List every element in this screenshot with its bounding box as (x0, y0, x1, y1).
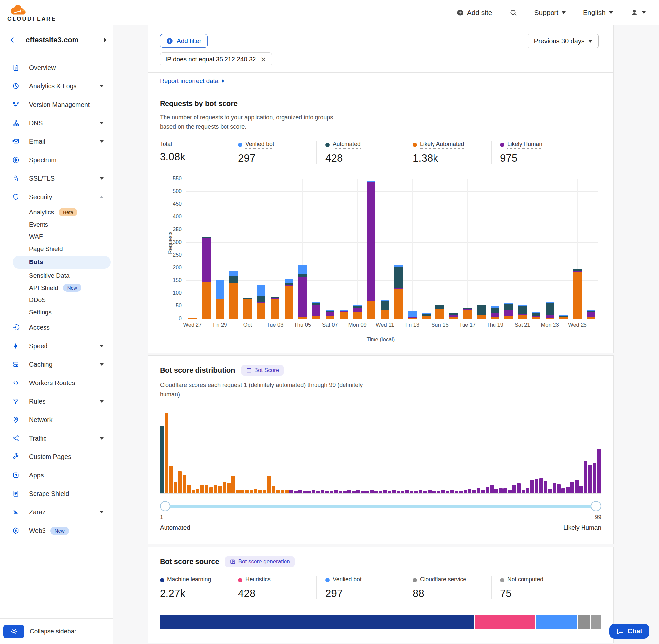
histogram-bar[interactable] (588, 465, 592, 493)
histogram-bar[interactable] (196, 489, 199, 493)
filter-chip[interactable]: IP does not equal 35.212.240.32 ✕ (160, 52, 272, 66)
histogram-bar[interactable] (289, 490, 293, 493)
sidebar-item-security[interactable]: Security (0, 188, 113, 206)
bot-score-generation-badge[interactable]: Bot score generation (225, 556, 295, 567)
histogram-bar[interactable] (183, 476, 186, 493)
histogram-bar[interactable] (561, 488, 565, 493)
stacked-bar[interactable] (573, 269, 582, 319)
stat-label[interactable]: Likely Automated (413, 141, 464, 149)
histogram-bar[interactable] (494, 489, 498, 493)
sidebar-item-network[interactable]: Network (0, 411, 113, 429)
histogram-bar[interactable] (535, 480, 538, 493)
stacked-bar[interactable] (504, 303, 513, 319)
account-menu[interactable] (630, 8, 646, 17)
histogram-bar[interactable] (160, 426, 164, 493)
chevron-right-icon[interactable] (104, 38, 107, 42)
slider-handle-min[interactable] (160, 501, 170, 511)
source-segment-cloudflare-service[interactable] (578, 615, 590, 629)
stat-label[interactable]: Not computed (500, 576, 543, 584)
sidebar-item-page-shield[interactable]: Page Shield (0, 243, 113, 255)
histogram-bar[interactable] (437, 491, 441, 493)
sidebar-item-custom-pages[interactable]: Custom Pages (0, 447, 113, 466)
histogram-bar[interactable] (245, 490, 249, 493)
chat-button[interactable]: Chat (609, 624, 650, 639)
histogram-bar[interactable] (405, 490, 409, 493)
stacked-bar[interactable] (449, 313, 458, 319)
histogram-bar[interactable] (570, 482, 574, 493)
stacked-bar[interactable] (546, 302, 554, 319)
histogram-bar[interactable] (557, 484, 561, 493)
histogram-bar[interactable] (356, 490, 360, 493)
stat-label[interactable]: Machine learning (160, 576, 211, 584)
stacked-bar[interactable] (270, 297, 279, 319)
histogram-bar[interactable] (392, 490, 396, 493)
time-period-dropdown[interactable]: Previous 30 days (528, 33, 599, 48)
stacked-bar[interactable] (560, 315, 568, 319)
histogram-bar[interactable] (539, 479, 543, 493)
stacked-bar[interactable] (188, 318, 197, 319)
histogram-bar[interactable] (499, 488, 503, 493)
slider-handle-max[interactable] (591, 501, 601, 511)
sidebar-item-apps[interactable]: Apps (0, 466, 113, 484)
histogram-bar[interactable] (446, 491, 449, 493)
histogram-bar[interactable] (450, 490, 454, 493)
close-icon[interactable]: ✕ (260, 56, 266, 63)
histogram-bar[interactable] (477, 488, 480, 493)
histogram-bar[interactable] (214, 485, 217, 493)
add-site-button[interactable]: Add site (456, 8, 492, 17)
report-incorrect-data-link[interactable]: Report incorrect data (160, 77, 224, 85)
histogram-bar[interactable] (401, 491, 404, 493)
histogram-bar[interactable] (481, 490, 485, 493)
histogram-bar[interactable] (361, 491, 364, 493)
stacked-bar[interactable] (312, 302, 321, 319)
stacked-bar[interactable] (587, 310, 595, 319)
stacked-bar[interactable] (367, 181, 376, 319)
histogram-bar[interactable] (254, 489, 257, 493)
stacked-bar[interactable] (298, 266, 307, 318)
histogram-bar[interactable] (593, 463, 596, 493)
histogram-bar[interactable] (503, 488, 507, 493)
histogram-bar[interactable] (281, 490, 284, 493)
histogram-bar[interactable] (165, 413, 168, 493)
histogram-bar[interactable] (218, 486, 222, 493)
sidebar-item-sensitive-data[interactable]: Sensitive Data (0, 270, 113, 282)
settings-gear-button[interactable] (3, 624, 24, 638)
histogram-bar[interactable] (276, 490, 280, 493)
stacked-bar[interactable] (339, 310, 348, 319)
stacked-bar[interactable] (477, 305, 486, 319)
histogram-bar[interactable] (263, 490, 266, 493)
histogram-bar[interactable] (374, 491, 378, 493)
sidebar-item-spectrum[interactable]: Spectrum (0, 151, 113, 169)
sidebar-item-bots[interactable]: Bots (13, 256, 111, 269)
histogram-bar[interactable] (512, 485, 516, 493)
histogram-bar[interactable] (415, 491, 418, 493)
sidebar-item-overview[interactable]: Overview (0, 59, 113, 77)
sidebar-item-speed[interactable]: Speed (0, 337, 113, 355)
histogram-bar[interactable] (285, 490, 289, 493)
source-segment-not-computed[interactable] (591, 615, 601, 629)
sidebar-item-traffic[interactable]: Traffic (0, 429, 113, 447)
sidebar-item-zaraz[interactable]: Zaraz (0, 503, 113, 521)
histogram-bar[interactable] (423, 491, 427, 493)
histogram-bar[interactable] (432, 491, 436, 493)
histogram-bar[interactable] (548, 489, 552, 493)
add-filter-button[interactable]: Add filter (160, 34, 208, 48)
histogram-bar[interactable] (334, 490, 337, 493)
stacked-bar[interactable] (257, 285, 265, 319)
histogram-bar[interactable] (459, 491, 463, 493)
histogram-bar[interactable] (597, 449, 601, 493)
cloudflare-logo[interactable]: CLOUDFLARE (7, 4, 56, 22)
histogram-bar[interactable] (521, 490, 525, 493)
histogram-bar[interactable] (584, 461, 587, 493)
histogram-bar[interactable] (325, 491, 329, 493)
collapse-sidebar-label[interactable]: Collapse sidebar (30, 628, 76, 635)
sidebar-item-dns[interactable]: DNS (0, 114, 113, 132)
histogram-bar[interactable] (365, 491, 369, 493)
histogram-bar[interactable] (526, 488, 529, 493)
sidebar-item-api-shield[interactable]: API ShieldNew (0, 282, 113, 294)
histogram-bar[interactable] (352, 491, 356, 493)
histogram-bar[interactable] (222, 482, 226, 493)
stat-label[interactable]: Verified bot (325, 576, 362, 584)
stacked-bar[interactable] (394, 265, 403, 319)
histogram-bar[interactable] (236, 490, 240, 493)
